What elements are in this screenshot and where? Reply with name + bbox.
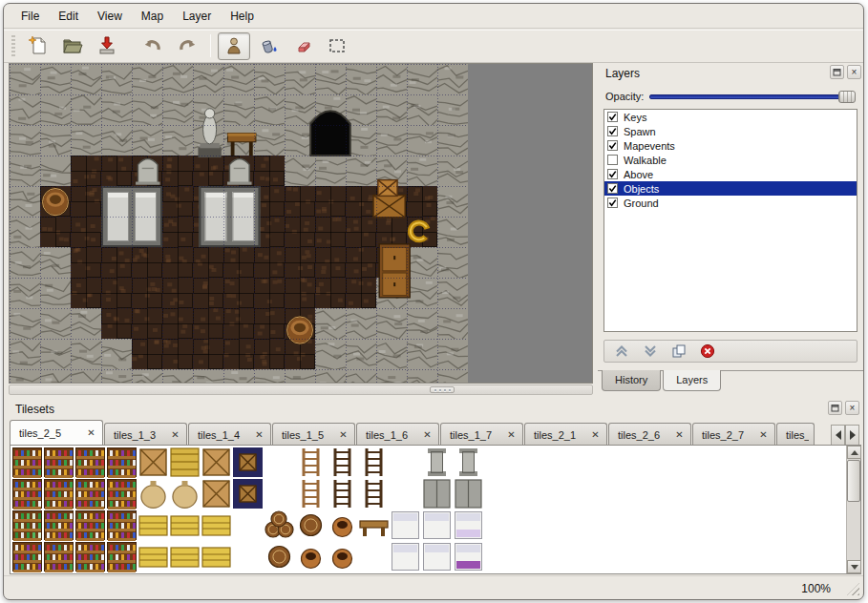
layer-row-objects[interactable]: Objects xyxy=(604,181,857,196)
tab-layers[interactable]: Layers xyxy=(663,370,721,391)
new-file-icon xyxy=(28,35,49,56)
check-icon xyxy=(608,184,617,193)
save-map-button[interactable] xyxy=(91,32,123,60)
select-tool-button[interactable] xyxy=(321,32,353,60)
close-icon[interactable]: ✕ xyxy=(673,428,686,441)
layer-list[interactable]: Keys Spawn Mapevents Walkable Above Obje… xyxy=(603,109,857,332)
layer-visibility-checkbox[interactable] xyxy=(607,169,618,179)
resize-grip[interactable] xyxy=(847,583,859,595)
tab-scroll-right-icon[interactable] xyxy=(845,425,859,446)
redo-button[interactable] xyxy=(171,32,203,60)
toolbar-grip[interactable] xyxy=(11,35,15,56)
duplicate-layer-button[interactable] xyxy=(671,343,687,359)
layer-visibility-checkbox[interactable] xyxy=(607,140,618,151)
layer-row-above[interactable]: Above xyxy=(604,167,857,181)
close-icon[interactable]: ✕ xyxy=(505,428,518,441)
stamp-tool-button[interactable] xyxy=(218,32,250,60)
layer-row-keys[interactable]: Keys xyxy=(604,110,857,124)
tileset-tab[interactable]: tiles_2_1 ✕ xyxy=(524,423,607,446)
close-icon[interactable]: ✕ xyxy=(85,427,97,440)
save-icon xyxy=(96,35,117,56)
menu-map[interactable]: Map xyxy=(132,6,173,27)
check-icon xyxy=(608,141,617,150)
new-map-button[interactable] xyxy=(22,32,54,60)
tab-history[interactable]: History xyxy=(602,370,661,391)
screen: File Edit View Map Layer Help xyxy=(0,0,868,603)
tileset-tab[interactable]: tiles_2_5 ✕ xyxy=(10,420,103,446)
tileset-tab-label: tiles_2_7 xyxy=(702,429,752,441)
menubar: File Edit View Map Layer Help xyxy=(4,4,863,29)
menu-help[interactable]: Help xyxy=(221,6,264,27)
raise-layer-button[interactable] xyxy=(614,343,629,359)
eraser-tool-icon xyxy=(292,35,313,56)
layer-row-mapevents[interactable]: Mapevents xyxy=(604,138,857,153)
menu-edit[interactable]: Edit xyxy=(49,6,88,27)
float-icon[interactable] xyxy=(828,401,842,415)
tileset-tab-label: tiles_ xyxy=(786,429,809,441)
tileset-tab[interactable]: tiles_1_3 ✕ xyxy=(104,423,187,446)
tileset-canvas[interactable] xyxy=(11,447,516,572)
close-icon[interactable]: ✕ xyxy=(589,428,602,441)
map-view[interactable] xyxy=(9,63,593,384)
check-icon xyxy=(608,170,617,178)
layer-row-ground[interactable]: Ground xyxy=(604,196,857,210)
lower-layer-button[interactable] xyxy=(643,343,658,359)
tileset-tab[interactable]: tiles_2_7 ✕ xyxy=(692,423,775,446)
layer-visibility-checkbox[interactable] xyxy=(607,126,618,136)
close-icon[interactable]: × xyxy=(845,401,859,415)
tab-scroll-left-icon[interactable] xyxy=(831,425,845,446)
raise-layer-icon xyxy=(614,343,629,359)
close-icon[interactable]: ✕ xyxy=(337,428,349,441)
scroll-down-icon[interactable] xyxy=(847,560,861,573)
opacity-slider-handle[interactable] xyxy=(838,91,856,103)
duplicate-layer-icon xyxy=(671,343,687,359)
tileset-tab[interactable]: tiles_1_4 ✕ xyxy=(188,423,271,446)
layer-visibility-checkbox[interactable] xyxy=(607,112,618,122)
close-icon[interactable]: ✕ xyxy=(169,428,181,441)
fill-tool-icon xyxy=(258,35,279,56)
tileset-vertical-scrollbar[interactable] xyxy=(846,446,860,573)
tilesets-panel: Tilesets × tiles_2_5 ✕ tiles_1_3 ✕ tiles… xyxy=(6,399,863,576)
layer-visibility-checkbox[interactable] xyxy=(607,155,618,165)
lower-layer-icon xyxy=(643,343,658,359)
layer-visibility-checkbox[interactable] xyxy=(607,198,618,208)
delete-layer-button[interactable] xyxy=(700,343,715,359)
tab-label: History xyxy=(615,374,647,385)
scroll-up-icon[interactable] xyxy=(847,446,861,459)
undo-button[interactable] xyxy=(137,32,169,60)
map-tileset-splitter[interactable] xyxy=(9,385,593,395)
layer-name: Keys xyxy=(624,112,646,123)
eraser-tool-button[interactable] xyxy=(286,32,319,60)
tileset-tab[interactable]: tiles_1_6 ✕ xyxy=(356,423,439,446)
close-icon[interactable]: ✕ xyxy=(757,428,770,441)
tileset-tab[interactable]: tiles_1_5 ✕ xyxy=(272,423,355,446)
delete-layer-icon xyxy=(700,343,715,359)
fill-tool-button[interactable] xyxy=(252,32,285,60)
tileset-tab[interactable]: tiles_ ✕ xyxy=(776,423,815,446)
tileset-content[interactable] xyxy=(10,445,861,574)
float-icon[interactable] xyxy=(830,65,844,79)
layer-name: Spawn xyxy=(624,126,656,137)
close-icon[interactable]: ✕ xyxy=(253,428,265,441)
layer-visibility-checkbox[interactable] xyxy=(607,183,618,194)
close-icon[interactable]: ✕ xyxy=(421,428,434,441)
menu-layer[interactable]: Layer xyxy=(173,6,221,27)
opacity-slider[interactable] xyxy=(649,90,856,103)
tileset-tab-label: tiles_2_6 xyxy=(618,429,668,441)
scrollbar-thumb[interactable] xyxy=(847,460,860,502)
check-icon xyxy=(608,198,617,207)
splitter-grip[interactable] xyxy=(430,386,455,393)
map-canvas[interactable] xyxy=(10,64,468,384)
menu-file[interactable]: File xyxy=(11,6,49,27)
opacity-slider-track[interactable] xyxy=(649,94,856,99)
layer-row-spawn[interactable]: Spawn xyxy=(604,124,857,138)
tileset-tab-label: tiles_1_3 xyxy=(114,429,164,441)
select-tool-icon xyxy=(327,35,348,56)
open-map-button[interactable] xyxy=(56,32,89,60)
layer-row-walkable[interactable]: Walkable xyxy=(604,153,857,167)
close-icon[interactable]: × xyxy=(847,65,861,79)
menu-view[interactable]: View xyxy=(88,6,132,27)
tileset-tab[interactable]: tiles_1_7 ✕ xyxy=(440,423,523,446)
tileset-tab[interactable]: tiles_2_6 ✕ xyxy=(608,423,691,446)
tilesets-panel-title: Tilesets xyxy=(15,403,54,416)
